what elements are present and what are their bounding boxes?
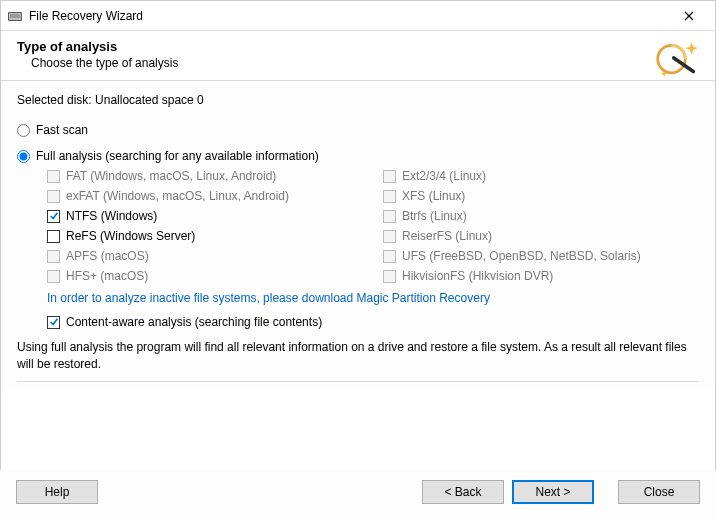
help-button[interactable]: Help: [16, 480, 98, 504]
filesystem-label: FAT (Windows, macOS, Linux, Android): [66, 169, 276, 183]
filesystem-label: ReFS (Windows Server): [66, 229, 195, 243]
filesystem-label: UFS (FreeBSD, OpenBSD, NetBSD, Solaris): [402, 249, 641, 263]
app-icon: [7, 8, 23, 24]
download-link[interactable]: In order to analyze inactive file system…: [47, 291, 699, 305]
checkbox-icon: [383, 170, 396, 183]
filesystem-label: HFS+ (macOS): [66, 269, 148, 283]
filesystem-checkbox: XFS (Linux): [383, 189, 699, 203]
close-button[interactable]: Close: [618, 480, 700, 504]
filesystem-checkbox: ReiserFS (Linux): [383, 229, 699, 243]
checkbox-icon: [47, 210, 60, 223]
full-analysis-option[interactable]: Full analysis (searching for any availab…: [17, 149, 699, 163]
title-bar: File Recovery Wizard: [1, 1, 715, 31]
header-title: Type of analysis: [17, 39, 699, 54]
checkbox-icon: [47, 250, 60, 263]
window-close-button[interactable]: [669, 1, 709, 31]
filesystem-label: exFAT (Windows, macOS, Linux, Android): [66, 189, 289, 203]
filesystem-checkbox: Ext2/3/4 (Linux): [383, 169, 699, 183]
separator: [17, 381, 699, 382]
svg-rect-1: [9, 13, 21, 20]
filesystem-label: Ext2/3/4 (Linux): [402, 169, 486, 183]
header-subtitle: Choose the type of analysis: [31, 56, 699, 70]
filesystem-checkbox: FAT (Windows, macOS, Linux, Android): [47, 169, 363, 183]
content-aware-checkbox[interactable]: Content-aware analysis (searching file c…: [47, 315, 699, 329]
filesystem-checkbox: UFS (FreeBSD, OpenBSD, NetBSD, Solaris): [383, 249, 699, 263]
filesystem-checkbox: APFS (macOS): [47, 249, 363, 263]
filesystem-label: NTFS (Windows): [66, 209, 157, 223]
wizard-wand-icon: [655, 37, 699, 81]
filesystem-checkbox[interactable]: ReFS (Windows Server): [47, 229, 363, 243]
checkbox-icon: [383, 250, 396, 263]
filesystem-label: APFS (macOS): [66, 249, 149, 263]
wizard-header: Type of analysis Choose the type of anal…: [1, 31, 715, 81]
filesystem-label: Btrfs (Linux): [402, 209, 467, 223]
filesystem-checkbox: HikvisionFS (Hikvision DVR): [383, 269, 699, 283]
wizard-body: Selected disk: Unallocated space 0 Fast …: [1, 81, 715, 388]
filesystem-label: XFS (Linux): [402, 189, 465, 203]
next-button[interactable]: Next >: [512, 480, 594, 504]
checkbox-icon: [47, 316, 60, 329]
explain-text: Using full analysis the program will fin…: [17, 339, 699, 373]
back-button[interactable]: < Back: [422, 480, 504, 504]
filesystem-checkbox: Btrfs (Linux): [383, 209, 699, 223]
checkbox-icon: [383, 210, 396, 223]
wizard-footer: Help < Back Next > Close: [0, 470, 716, 518]
content-aware-label: Content-aware analysis (searching file c…: [66, 315, 322, 329]
checkbox-icon: [383, 230, 396, 243]
filesystem-checkbox[interactable]: NTFS (Windows): [47, 209, 363, 223]
checkbox-icon: [47, 230, 60, 243]
filesystem-label: ReiserFS (Linux): [402, 229, 492, 243]
window-title: File Recovery Wizard: [29, 9, 143, 23]
fast-scan-label: Fast scan: [36, 123, 88, 137]
filesystem-label: HikvisionFS (Hikvision DVR): [402, 269, 553, 283]
svg-marker-4: [685, 43, 698, 55]
fast-scan-radio[interactable]: [17, 124, 30, 137]
filesystem-grid: FAT (Windows, macOS, Linux, Android)Ext2…: [47, 169, 699, 283]
full-analysis-label: Full analysis (searching for any availab…: [36, 149, 319, 163]
checkbox-icon: [47, 270, 60, 283]
checkbox-icon: [383, 270, 396, 283]
selected-disk-label: Selected disk: Unallocated space 0: [17, 93, 699, 107]
full-analysis-radio[interactable]: [17, 150, 30, 163]
checkbox-icon: [47, 170, 60, 183]
checkbox-icon: [47, 190, 60, 203]
checkbox-icon: [383, 190, 396, 203]
filesystem-checkbox: exFAT (Windows, macOS, Linux, Android): [47, 189, 363, 203]
filesystem-checkbox: HFS+ (macOS): [47, 269, 363, 283]
fast-scan-option[interactable]: Fast scan: [17, 123, 699, 137]
